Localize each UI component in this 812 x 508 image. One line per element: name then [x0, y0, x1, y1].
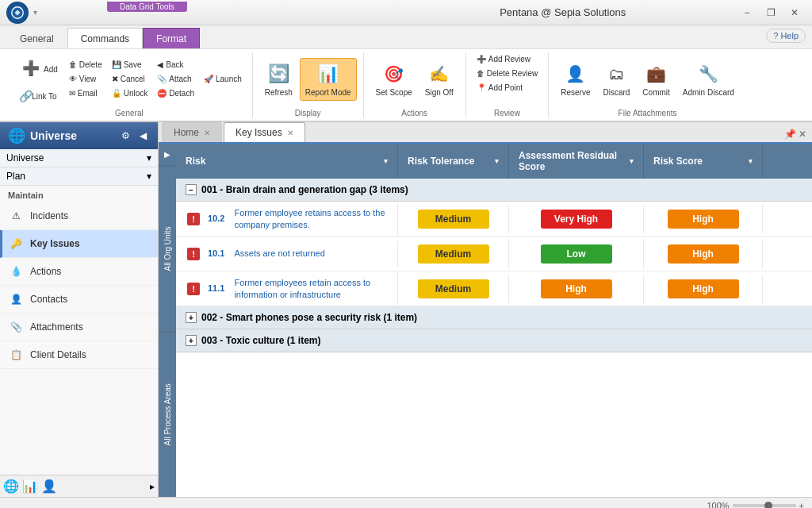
delete-button[interactable]: 🗑 Delete	[65, 58, 106, 71]
vertical-labels: ▶ All Org Units All Process Areas	[159, 144, 176, 497]
cell-score-101: High	[644, 240, 763, 268]
group-toggle-003[interactable]: +	[186, 335, 197, 346]
view-button[interactable]: 👁 View	[65, 72, 106, 86]
attach-button[interactable]: 📎 Attach	[153, 72, 198, 86]
tab-commands[interactable]: Commands	[67, 28, 143, 48]
reserve-button[interactable]: 👤 Reserve	[555, 58, 596, 100]
zoom-in-button[interactable]: +	[799, 501, 804, 509]
sidebar-collapse-button[interactable]: ◀	[136, 129, 150, 143]
ribbon-section-actions: 🎯 Set Scope ✍ Sign Off Actions	[364, 52, 466, 117]
add-point-button[interactable]: 📍 Add Point	[473, 81, 542, 94]
tolerance-badge-101: Medium	[418, 244, 489, 264]
set-scope-button[interactable]: 🎯 Set Scope	[370, 58, 418, 100]
group-row-001: − 001 - Brain drain and generation gap (…	[176, 179, 812, 202]
status-bar: 100% +	[0, 497, 812, 508]
expand-button[interactable]: ▶	[159, 144, 176, 166]
sidebar-item-incidents[interactable]: ⚠ Incidents	[0, 202, 158, 230]
tolerance-filter-icon: ▾	[495, 157, 499, 165]
report-mode-button[interactable]: 📊 Report Mode	[300, 58, 357, 101]
risk-icon-111: !	[186, 281, 201, 297]
cancel-icon: ✖	[112, 75, 118, 83]
tab-format[interactable]: Format	[143, 28, 200, 48]
view-icon: 👁	[69, 75, 77, 83]
refresh-icon: 🔄	[266, 61, 291, 87]
assessment-badge-102: Very High	[541, 210, 612, 229]
col-header-tolerance[interactable]: Risk Tolerance ▾	[398, 144, 509, 179]
plan-dropdown[interactable]: Plan ▾	[0, 167, 158, 186]
window-controls: − ❐ ✕	[736, 3, 806, 22]
review-buttons: ➕ Add Review 🗑 Delete Review 📍 Add Point	[473, 52, 542, 94]
tab-home[interactable]: Home ✕	[162, 122, 222, 142]
tab-pin-button[interactable]: 📌	[784, 129, 796, 140]
score-badge-102: High	[668, 210, 739, 229]
score-badge-101: High	[668, 244, 739, 264]
restore-button[interactable]: ❐	[760, 3, 782, 22]
sidebar-item-attachments[interactable]: 📎 Attachments	[0, 314, 158, 341]
cancel-button[interactable]: ✖ Cancel	[108, 72, 152, 86]
save-button[interactable]: 💾 Save	[108, 58, 152, 71]
tab-bar-controls: 📌 ✕	[782, 126, 809, 142]
col-header-risk[interactable]: Risk ▾	[176, 144, 398, 179]
svg-text:!: !	[192, 249, 195, 259]
report-mode-icon: 📊	[316, 61, 341, 87]
sidebar-settings-button[interactable]: ⚙	[118, 129, 132, 143]
tab-general[interactable]: General	[6, 28, 67, 48]
universe-dropdown[interactable]: Universe ▾	[0, 149, 158, 167]
risk-icon-101: !	[186, 246, 201, 262]
discard-button[interactable]: 🗂 Discard	[597, 58, 635, 100]
minimize-button[interactable]: −	[736, 3, 758, 22]
tab-close-all-button[interactable]: ✕	[799, 129, 806, 140]
cell-score-111: High	[644, 275, 763, 303]
admin-discard-button[interactable]: 🔧 Admin Discard	[677, 58, 740, 101]
svg-text:!: !	[192, 284, 195, 294]
all-org-units-label: All Org Units	[159, 166, 176, 332]
help-icon: ?	[773, 31, 778, 40]
sidebar-user-button[interactable]: 👤	[41, 479, 57, 494]
col-header-assessment[interactable]: Assessment Residual Score ▾	[509, 144, 644, 179]
sidebar-header: 🌐 Universe ⚙ ◀	[0, 122, 158, 149]
zoom-slider[interactable]	[733, 504, 796, 507]
cell-assessment-101: Low	[509, 240, 644, 268]
detach-button[interactable]: ⛔ Detach	[153, 87, 198, 100]
sidebar-more-button[interactable]: ▸	[150, 481, 155, 492]
email-button[interactable]: ✉ Email	[65, 87, 106, 100]
sign-off-icon: ✍	[427, 61, 452, 87]
help-button[interactable]: ? Help	[766, 29, 806, 43]
tab-key-issues[interactable]: Key Issues ✕	[224, 122, 305, 142]
title-bar: ▾ Data Grid Tools Pentana @ Sepia Soluti…	[0, 0, 812, 25]
tab-key-issues-close[interactable]: ✕	[287, 129, 293, 137]
email-icon: ✉	[69, 89, 75, 98]
incidents-icon: ⚠	[8, 208, 24, 224]
delete-review-icon: 🗑	[477, 69, 485, 78]
tab-home-close[interactable]: ✕	[204, 129, 210, 137]
sign-off-button[interactable]: ✍ Sign Off	[419, 58, 459, 100]
sidebar-item-contacts[interactable]: 👤 Contacts	[0, 286, 158, 314]
sidebar-item-key-issues[interactable]: 🔑 Key Issues	[0, 230, 158, 258]
unlock-button[interactable]: 🔓 Unlock	[108, 87, 152, 100]
col-header-score[interactable]: Risk Score ▾	[644, 144, 763, 179]
delete-icon: 🗑	[69, 60, 77, 69]
sidebar-chart-button[interactable]: 📊	[22, 479, 38, 494]
sidebar-item-client-details[interactable]: 📋 Client Details	[0, 341, 158, 369]
ribbon-bar: ➕ Add 🔗 Link To 🗑 Delete 👁 View	[0, 49, 812, 122]
link-to-button[interactable]: 🔗 Link To	[13, 87, 63, 106]
sidebar-item-actions[interactable]: 💧 Actions	[0, 258, 158, 286]
delete-review-button[interactable]: 🗑 Delete Review	[473, 67, 542, 80]
table-row: ! 11.1 Former employees retain access to…	[176, 271, 812, 306]
launch-button[interactable]: 🚀 Launch	[200, 72, 246, 86]
close-button[interactable]: ✕	[783, 3, 806, 22]
refresh-button[interactable]: 🔄 Refresh	[259, 58, 298, 100]
assessment-badge-101: Low	[541, 244, 612, 264]
back-button[interactable]: ◀ Back	[153, 58, 198, 71]
zoom-control: 100% +	[707, 501, 804, 509]
table-row: ! 10.1 Assets are not returned Medium Lo…	[176, 237, 812, 271]
group-toggle-001[interactable]: −	[186, 184, 197, 195]
svg-text:!: !	[192, 214, 195, 224]
action-col: 💾 Save ✖ Cancel 🔓 Unlock	[108, 58, 152, 100]
nav-col: ◀ Back 📎 Attach ⛔ Detach	[153, 58, 198, 100]
sidebar-home-button[interactable]: 🌐	[3, 479, 19, 494]
add-review-button[interactable]: ➕ Add Review	[473, 52, 542, 66]
link-icon: 🔗	[19, 90, 32, 102]
group-toggle-002[interactable]: +	[186, 312, 197, 323]
commit-button[interactable]: 💼 Commit	[637, 58, 675, 100]
